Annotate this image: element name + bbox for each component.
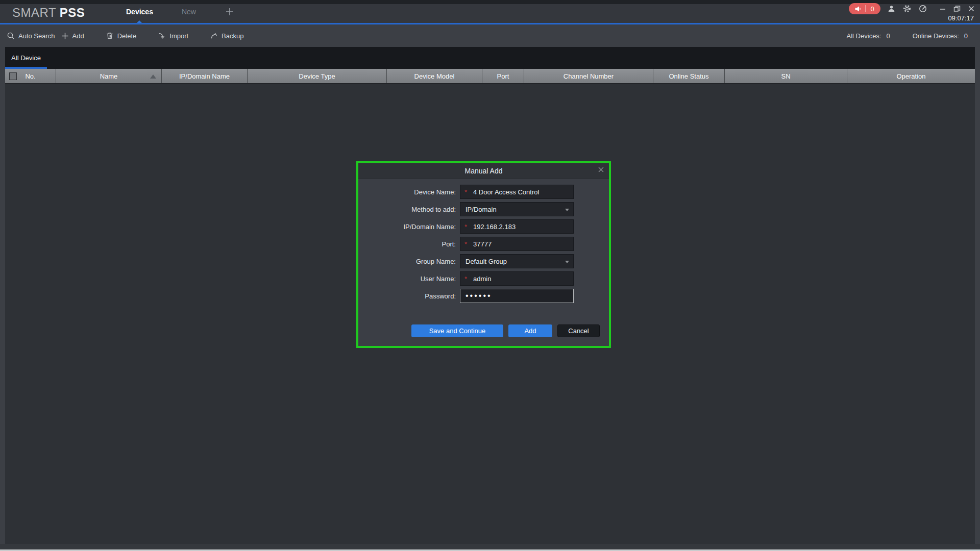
group-select[interactable]: Default Group [460, 254, 574, 268]
user-name-value: admin [473, 275, 491, 283]
alarm-center-button[interactable]: 0 [849, 3, 880, 14]
dashboard-button[interactable] [918, 4, 927, 13]
ip-domain-label: IP/Domain Name: [358, 223, 460, 231]
delete-device-button[interactable]: Delete [106, 32, 137, 40]
backup-button[interactable]: Backup [210, 32, 243, 40]
import-button[interactable]: Import [158, 32, 188, 40]
gauge-icon [918, 4, 927, 13]
field-row-device-name: Device Name: * 4 Door Access Control [358, 185, 609, 199]
tab-new[interactable]: New [182, 0, 196, 23]
column-online-status[interactable]: Online Status [653, 69, 725, 83]
port-value: 37777 [473, 240, 492, 248]
group-value: Default Group [465, 258, 507, 265]
online-devices-value: 0 [964, 32, 968, 40]
field-row-port: Port: * 37777 [358, 237, 609, 251]
minimize-icon [939, 5, 946, 12]
online-devices-counter: Online Devices: 0 [913, 32, 968, 40]
main-nav: Devices New [126, 0, 235, 23]
ip-domain-input[interactable]: * 192.168.2.183 [460, 219, 574, 234]
badge-divider [865, 5, 866, 12]
dropdown-caret-icon [565, 209, 569, 211]
method-label: Method to add: [358, 206, 460, 213]
device-name-value: 4 Door Access Control [473, 188, 539, 196]
import-arrow-icon [158, 32, 166, 40]
field-row-group: Group Name: Default Group [358, 254, 609, 268]
field-row-user: User Name: * admin [358, 271, 609, 286]
list-tab-bar: All Device [5, 47, 975, 69]
save-and-continue-button[interactable]: Save and Continue [411, 324, 503, 337]
method-value: IP/Domain [465, 206, 497, 213]
port-input[interactable]: * 37777 [460, 237, 574, 251]
settings-button[interactable] [902, 4, 912, 13]
column-name[interactable]: Name [56, 69, 162, 83]
all-devices-value: 0 [886, 32, 890, 40]
clock: 09:07:17 [948, 14, 974, 22]
table-header: No. Name IP/Domain Name Device Type Devi… [5, 69, 975, 84]
dialog-body: Device Name: * 4 Door Access Control Met… [358, 179, 609, 303]
column-port[interactable]: Port [482, 69, 524, 83]
column-device-type[interactable]: Device Type [248, 69, 387, 83]
dialog-close-button[interactable] [598, 166, 604, 173]
port-label: Port: [358, 240, 460, 248]
status-footer [0, 544, 980, 549]
field-row-password: Password: •••••• [358, 289, 609, 303]
restore-icon [953, 5, 961, 12]
dialog-title-bar: Manual Add [358, 163, 609, 179]
new-tab-button[interactable] [225, 7, 235, 17]
person-icon [887, 5, 896, 13]
required-mark: * [464, 240, 470, 248]
column-operation[interactable]: Operation [847, 69, 975, 83]
dialog-buttons: Save and Continue Add Cancel [411, 324, 600, 337]
app-logo: SMART PSS [12, 6, 85, 20]
field-row-method: Method to add: IP/Domain [358, 202, 609, 216]
cancel-button[interactable]: Cancel [557, 324, 600, 337]
password-masked-value: •••••• [465, 293, 492, 298]
plus-icon [225, 7, 235, 17]
column-ip-domain[interactable]: IP/Domain Name [162, 69, 248, 83]
smart-pss-window: SMART PSS Devices New 0 [0, 0, 980, 551]
restore-button[interactable] [953, 5, 961, 12]
column-device-model[interactable]: Device Model [387, 69, 482, 83]
password-input[interactable]: •••••• [460, 289, 574, 303]
backup-arrow-icon [210, 32, 218, 40]
user-account-button[interactable] [887, 5, 896, 13]
select-all-checkbox[interactable] [9, 72, 17, 80]
required-mark: * [464, 223, 470, 231]
method-select[interactable]: IP/Domain [460, 202, 574, 216]
add-button[interactable]: Add [508, 324, 552, 337]
gear-icon [902, 4, 912, 13]
add-device-button[interactable]: Add [61, 32, 84, 40]
required-mark: * [464, 275, 470, 283]
speaker-icon [854, 6, 861, 12]
titlebar-icons: 0 [849, 3, 975, 14]
device-name-label: Device Name: [358, 188, 460, 196]
column-channel-number[interactable]: Channel Number [524, 69, 653, 83]
close-button[interactable] [968, 5, 975, 12]
device-toolbar: Auto Search Add Delete Import Backup [0, 24, 980, 47]
auto-search-button[interactable]: Auto Search [7, 32, 55, 40]
device-name-input[interactable]: * 4 Door Access Control [460, 185, 574, 199]
close-icon [968, 5, 975, 12]
tab-devices[interactable]: Devices [126, 0, 153, 23]
tab-all-device[interactable]: All Device [5, 47, 47, 69]
plus-icon [61, 32, 69, 40]
search-icon [7, 32, 15, 40]
minimize-button[interactable] [939, 5, 946, 12]
user-name-input[interactable]: * admin [460, 271, 574, 286]
logo-smart: SMART [12, 6, 56, 19]
ip-domain-value: 192.168.2.183 [473, 223, 516, 231]
user-name-label: User Name: [358, 275, 460, 283]
manual-add-dialog: Manual Add Device Name: * 4 Door Access … [356, 161, 611, 348]
password-label: Password: [358, 292, 460, 300]
alarm-count: 0 [870, 5, 875, 13]
dialog-title: Manual Add [465, 167, 503, 175]
dropdown-caret-icon [565, 261, 569, 263]
all-devices-counter: All Devices: 0 [847, 32, 890, 40]
active-tab-notch [137, 20, 142, 23]
window-controls [939, 5, 975, 12]
title-bar: SMART PSS Devices New 0 [0, 0, 980, 23]
column-sn[interactable]: SN [725, 69, 847, 83]
column-no[interactable]: No. [5, 69, 56, 83]
logo-pss: PSS [60, 6, 85, 19]
sort-ascending-icon [150, 74, 156, 79]
